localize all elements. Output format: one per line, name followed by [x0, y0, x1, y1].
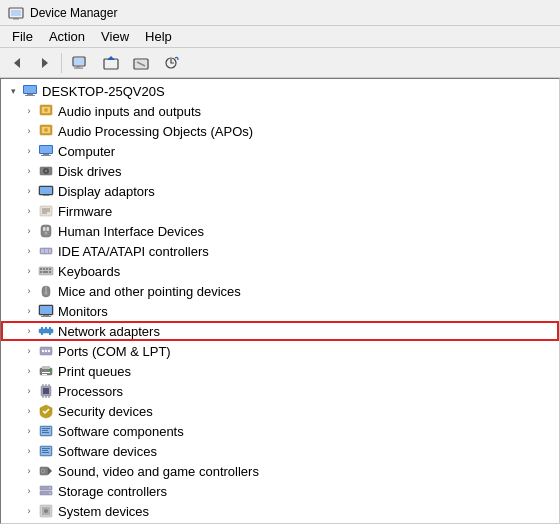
svg-rect-87 — [42, 428, 50, 429]
expand-icon-storage-controllers: › — [21, 481, 37, 501]
svg-point-70 — [45, 350, 47, 352]
back-button[interactable] — [6, 52, 30, 74]
tree-item-disk-drives[interactable]: › Disk drives — [1, 161, 559, 181]
menu-help[interactable]: Help — [137, 27, 180, 46]
svg-rect-92 — [42, 448, 50, 449]
tree-item-ports[interactable]: › Ports (COM & LPT) — [1, 341, 559, 361]
tree-item-system-devices[interactable]: › System devices — [1, 501, 559, 521]
menu-bar: File Action View Help — [0, 26, 560, 48]
expand-icon-system-devices: › — [21, 501, 37, 521]
label-audio-processing: Audio Processing Objects (APOs) — [58, 124, 253, 139]
update-driver-button[interactable] — [97, 52, 125, 74]
svg-rect-26 — [40, 146, 52, 153]
icon-network-adapters — [37, 322, 55, 340]
forward-button[interactable] — [32, 52, 56, 74]
expand-icon-hid: › — [21, 221, 37, 241]
tree-item-software-devices[interactable]: › Software devices — [1, 441, 559, 461]
label-system-devices: System devices — [58, 504, 149, 519]
expand-icon-software-components: › — [21, 421, 37, 441]
svg-rect-39 — [41, 225, 51, 237]
expand-icon-audio-processing: › — [21, 121, 37, 141]
tree-root[interactable]: ▾ DESKTOP-25QV20S — [1, 81, 559, 101]
icon-display-adaptors — [37, 182, 55, 200]
tree-item-display-adaptors[interactable]: › Display adaptors — [1, 181, 559, 201]
tree-item-monitors[interactable]: › Monitors — [1, 301, 559, 321]
tree-item-firmware[interactable]: › Firmware — [1, 201, 559, 221]
tree-item-computer[interactable]: › Computer — [1, 141, 559, 161]
label-network-adapters: Network adapters — [58, 324, 160, 339]
scan-button[interactable] — [157, 52, 185, 74]
label-hid: Human Interface Devices — [58, 224, 204, 239]
svg-point-101 — [49, 487, 51, 489]
label-disk-drives: Disk drives — [58, 164, 122, 179]
svg-rect-74 — [42, 372, 50, 373]
tree-item-network-adapters[interactable]: › Network adapters — [1, 321, 559, 341]
svg-point-105 — [44, 509, 48, 513]
tree-item-sound-video[interactable]: › Sound, video and game controllers — [1, 461, 559, 481]
svg-rect-44 — [41, 249, 44, 253]
icon-monitors — [37, 302, 55, 320]
label-computer: Computer — [58, 144, 115, 159]
tree-item-security-devices[interactable]: › Security devices — [1, 401, 559, 421]
svg-rect-6 — [74, 58, 84, 65]
tree-item-keyboards[interactable]: › Keyboards — [1, 261, 559, 281]
tree-item-audio-inputs[interactable]: › Audio inputs and outputs — [1, 101, 559, 121]
tree-item-audio-processing[interactable]: › Audio Processing Objects (APOs) — [1, 121, 559, 141]
root-computer-icon — [21, 82, 39, 100]
icon-print-queues — [37, 362, 55, 380]
tree-item-processors[interactable]: › Processors — [1, 381, 559, 401]
icon-mice — [37, 282, 55, 300]
root-expand-icon: ▾ — [5, 81, 21, 101]
icon-processors — [37, 382, 55, 400]
svg-rect-51 — [49, 268, 51, 270]
tree-item-hid[interactable]: › Human Interface Devices — [1, 221, 559, 241]
svg-rect-66 — [41, 333, 43, 335]
tree-item-mice[interactable]: › Mice and other pointing devices — [1, 281, 559, 301]
svg-rect-41 — [47, 227, 50, 231]
menu-action[interactable]: Action — [41, 27, 93, 46]
menu-view[interactable]: View — [93, 27, 137, 46]
svg-rect-60 — [43, 315, 49, 316]
expand-icon-disk-drives: › — [21, 161, 37, 181]
device-tree: ▾ DESKTOP-25QV20S › — [1, 79, 559, 524]
label-monitors: Monitors — [58, 304, 108, 319]
tree-item-ide-atapi[interactable]: › IDE ATA/ATAPI controllers — [1, 241, 559, 261]
expand-icon-processors: › — [21, 381, 37, 401]
expand-icon-firmware: › — [21, 201, 37, 221]
svg-rect-9 — [104, 59, 118, 69]
svg-rect-1 — [11, 10, 21, 16]
label-audio-inputs: Audio inputs and outputs — [58, 104, 201, 119]
expand-icon-display-adaptors: › — [21, 181, 37, 201]
expand-icon-network-adapters: › — [21, 321, 37, 341]
tree-item-software-components[interactable]: › Software components — [1, 421, 559, 441]
disable-button[interactable] — [127, 52, 155, 74]
icon-storage-controllers — [37, 482, 55, 500]
svg-rect-28 — [41, 155, 51, 156]
label-print-queues: Print queues — [58, 364, 131, 379]
label-security-devices: Security devices — [58, 404, 153, 419]
label-ports: Ports (COM & LPT) — [58, 344, 171, 359]
toolbar-separator-1 — [61, 53, 62, 73]
label-software-devices: Software devices — [58, 444, 157, 459]
label-firmware: Firmware — [58, 204, 112, 219]
svg-marker-3 — [14, 58, 20, 68]
svg-point-21 — [44, 108, 48, 112]
label-processors: Processors — [58, 384, 123, 399]
properties-button[interactable] — [67, 52, 95, 74]
tree-item-print-queues[interactable]: › Print queues — [1, 361, 559, 381]
label-mice: Mice and other pointing devices — [58, 284, 241, 299]
expand-icon-ide-atapi: › — [21, 241, 37, 261]
expand-icon-print-queues: › — [21, 361, 37, 381]
menu-file[interactable]: File — [4, 27, 41, 46]
svg-marker-4 — [42, 58, 48, 68]
expand-icon-monitors: › — [21, 301, 37, 321]
tree-item-storage-controllers[interactable]: › Storage controllers — [1, 481, 559, 501]
icon-audio-processing — [37, 122, 55, 140]
svg-point-57 — [45, 292, 48, 295]
svg-rect-67 — [49, 333, 51, 335]
svg-rect-89 — [42, 432, 49, 433]
svg-rect-16 — [24, 86, 36, 93]
svg-rect-59 — [40, 306, 52, 314]
icon-ide-atapi — [37, 242, 55, 260]
svg-rect-53 — [43, 271, 48, 273]
